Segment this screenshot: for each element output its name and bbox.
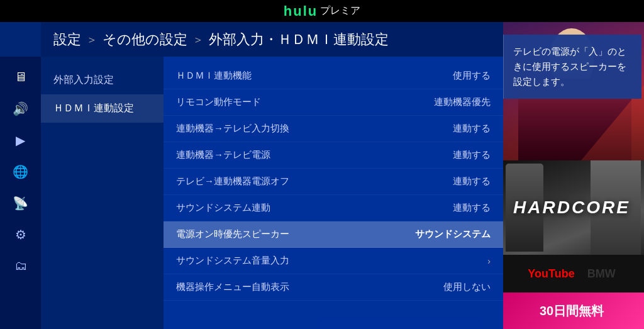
youtube-row: YouTube BMW xyxy=(499,255,644,293)
menu-row-device-tv-input-value: 連動する xyxy=(453,123,491,135)
breadcrumb-sep-2: ＞ xyxy=(192,32,204,47)
top-bar: hulu プレミア xyxy=(0,0,644,22)
menu-row-tv-device-power-off[interactable]: テレビ→連動機器電源オフ 連動する xyxy=(164,169,503,195)
sidebar-icon-speaker[interactable]: 🔊 xyxy=(5,94,36,123)
menu-row-sound-system-label: サウンドシステム連動 xyxy=(176,202,453,214)
content-panel: ＨＤＭＩ連動機能 使用する リモコン動作モード 連動機器優先 連動機器→テレビ入… xyxy=(164,57,503,329)
menu-row-hdmi-function[interactable]: ＨＤＭＩ連動機能 使用する xyxy=(164,63,503,89)
sidebar-icon-settings[interactable]: ⚙ xyxy=(5,220,36,248)
menu-row-device-menu-auto[interactable]: 機器操作メニュー自動表示 使用しない xyxy=(164,274,503,301)
sidebar-icon-briefcase[interactable]: 🗂 xyxy=(5,252,36,280)
menu-row-power-on-speaker[interactable]: 電源オン時優先スピーカー サウンドシステム xyxy=(164,221,503,248)
free-trial-text: 30日間無料 xyxy=(540,303,604,320)
sidebar-icon-satellite[interactable]: 📡 xyxy=(5,189,36,217)
menu-row-sound-volume-input-label: サウンドシステム音量入力 xyxy=(176,255,482,267)
breadcrumb-item-2: その他の設定 xyxy=(103,30,187,49)
main-ui: 設定 ＞ その他の設定 ＞ 外部入力・ＨＤＭＩ連動設定 🖥 🔊 ▶ 🌐 📡 ⚙ … xyxy=(0,22,503,329)
bmw-logo: BMW xyxy=(587,267,616,281)
chevron-right-icon: › xyxy=(487,255,491,266)
youtube-logo: YouTube xyxy=(528,267,574,281)
menu-row-device-tv-power-value: 連動する xyxy=(453,149,491,161)
hulu-logo: hulu xyxy=(284,3,318,20)
menu-row-sound-system-value: 連動する xyxy=(453,202,491,214)
sidebar-icon-tv[interactable]: 🖥 xyxy=(5,63,36,91)
menu-row-power-on-speaker-label: 電源オン時優先スピーカー xyxy=(176,228,415,240)
breadcrumb: 設定 ＞ その他の設定 ＞ 外部入力・ＨＤＭＩ連動設定 xyxy=(41,22,503,57)
menu-row-remote-mode-value: 連動機器優先 xyxy=(434,96,491,108)
menu-row-device-tv-power[interactable]: 連動機器→テレビ電源 連動する xyxy=(164,142,503,169)
sidebar: 🖥 🔊 ▶ 🌐 📡 ⚙ 🗂 xyxy=(0,57,41,329)
left-menu-item-external-input[interactable]: 外部入力設定 xyxy=(41,66,164,94)
left-menu: 外部入力設定 ＨＤＭＩ連動設定 xyxy=(41,57,164,329)
menu-row-device-menu-auto-value: 使用しない xyxy=(443,281,491,293)
breadcrumb-item-3: 外部入力・ＨＤＭＩ連動設定 xyxy=(209,30,389,49)
sidebar-icon-play[interactable]: ▶ xyxy=(5,126,36,154)
menu-row-sound-system[interactable]: サウンドシステム連動 連動する xyxy=(164,195,503,221)
menu-row-hdmi-function-label: ＨＤＭＩ連動機能 xyxy=(176,70,453,82)
breadcrumb-sep-1: ＞ xyxy=(86,32,97,47)
breadcrumb-item-1: 設定 xyxy=(53,30,81,49)
sidebar-icon-network[interactable]: 🌐 xyxy=(5,157,36,186)
menu-row-tv-device-power-off-value: 連動する xyxy=(453,176,491,187)
menu-row-power-on-speaker-value: サウンドシステム xyxy=(415,228,491,240)
tooltip-text: テレビの電源が「入」のときに使用するスピーカーを設定します。 xyxy=(513,46,626,87)
menu-row-device-tv-input[interactable]: 連動機器→テレビ入力切換 連動する xyxy=(164,116,503,142)
hardcore-text-label: HARDCORE xyxy=(513,198,630,218)
menu-row-hdmi-function-value: 使用する xyxy=(453,70,491,82)
left-menu-item-hdmi[interactable]: ＨＤＭＩ連動設定 xyxy=(41,94,164,123)
menu-row-sound-volume-input[interactable]: サウンドシステム音量入力 › xyxy=(164,248,503,274)
menu-row-remote-mode[interactable]: リモコン動作モード 連動機器優先 xyxy=(164,89,503,116)
hardcore-bg: HARDCORE xyxy=(499,160,644,255)
menu-row-device-menu-auto-label: 機器操作メニュー自動表示 xyxy=(176,281,443,293)
menu-row-device-tv-input-label: 連動機器→テレビ入力切換 xyxy=(176,123,453,135)
hulu-subtitle: プレミア xyxy=(320,4,360,18)
menu-row-tv-device-power-off-label: テレビ→連動機器電源オフ xyxy=(176,176,453,187)
menu-row-remote-mode-label: リモコン動作モード xyxy=(176,96,434,108)
free-trial-banner: 30日間無料 xyxy=(499,293,644,329)
tooltip-box: テレビの電源が「入」のときに使用するスピーカーを設定します。 xyxy=(503,35,641,99)
hardcore-panel: HARDCORE xyxy=(499,160,644,255)
menu-row-device-tv-power-label: 連動機器→テレビ電源 xyxy=(176,149,453,161)
